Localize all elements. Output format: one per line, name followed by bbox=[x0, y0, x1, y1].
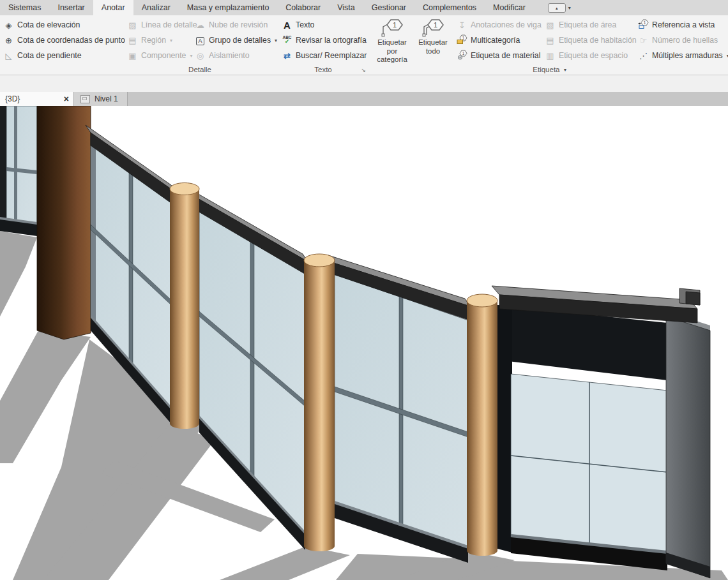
chevron-down-icon: ▾ bbox=[170, 38, 172, 43]
item-label: Revisar la ortografía bbox=[296, 36, 367, 45]
chevron-down-icon: ▾ bbox=[568, 5, 571, 11]
tab-label: Modificar bbox=[493, 3, 526, 12]
wood-column-3 bbox=[467, 301, 497, 551]
glass-pane bbox=[6, 106, 37, 225]
ribbon-item-multiples-armaduras[interactable]: ⋰ Múltiples armaduras ▾ bbox=[635, 48, 728, 63]
tab-insertar[interactable]: Insertar bbox=[49, 0, 93, 15]
ribbon-item-linea-de-detalle[interactable]: ▨ Línea de detalle bbox=[124, 17, 192, 33]
item-label: Nube de revisión bbox=[209, 20, 268, 29]
area-tag-icon: ▧ bbox=[545, 21, 556, 29]
panel-texto: A Texto ABC ✔ Revisar la ortografía ⇄ Bu… bbox=[278, 15, 368, 75]
view-reference-icon: 1 bbox=[638, 19, 649, 31]
ribbon-item-cota-de-coordenadas[interactable]: ⊕ Cota de coordenadas de punto bbox=[0, 33, 121, 48]
wood-column-2-top bbox=[304, 254, 335, 267]
view-tab-3d[interactable]: {3D} × bbox=[0, 92, 73, 106]
frame-black-edge bbox=[497, 305, 512, 553]
multi-category-tag-icon: 1 bbox=[457, 34, 467, 46]
item-label: Aislamiento bbox=[209, 51, 250, 60]
detail-group-icon: A bbox=[195, 36, 206, 45]
panel-label-texto: Texto bbox=[278, 64, 368, 75]
item-label: Cota de pendiente bbox=[17, 51, 82, 60]
tab-modificar[interactable]: Modificar bbox=[485, 0, 534, 15]
panel-label-detalle: Detalle bbox=[121, 64, 278, 75]
panel-label-text: Texto bbox=[314, 66, 332, 73]
close-icon[interactable]: × bbox=[64, 94, 69, 103]
mullion bbox=[14, 106, 17, 223]
ribbon-item-componente[interactable]: ▣ Componente ▾ bbox=[124, 48, 192, 63]
tab-colaborar[interactable]: Colaborar bbox=[277, 0, 329, 15]
tab-anotar[interactable]: Anotar bbox=[93, 0, 133, 15]
floor-plan-icon bbox=[80, 95, 90, 103]
svg-text:1: 1 bbox=[434, 21, 437, 29]
ribbon-item-etiqueta-de-habitacion[interactable]: ▤ Etiqueta de habitación bbox=[542, 33, 635, 48]
ribbon-item-buscar-reemplazar[interactable]: ⇄ Buscar/ Reemplazar bbox=[278, 48, 368, 63]
viewport-3d-scene[interactable] bbox=[0, 106, 728, 580]
item-label: Componente bbox=[141, 51, 186, 60]
tread-number-icon: ☞ bbox=[638, 36, 649, 45]
ribbon-minimize-icon: ▴ bbox=[548, 3, 566, 13]
tab-analizar[interactable]: Analizar bbox=[133, 0, 179, 15]
item-label: categoría bbox=[377, 56, 407, 64]
detail-component-icon: ▣ bbox=[127, 52, 138, 60]
spell-check-icon: ABC ✔ bbox=[282, 36, 292, 45]
item-label: Etiquetar por bbox=[372, 38, 413, 56]
tab-gestionar[interactable]: Gestionar bbox=[363, 0, 414, 15]
tab-label: Gestionar bbox=[372, 3, 406, 12]
spot-slope-icon: ◺ bbox=[3, 52, 14, 60]
multi-rebar-icon: ⋰ bbox=[638, 52, 649, 60]
panel-label-etiqueta[interactable]: Etiqueta ▼ bbox=[368, 64, 728, 75]
tab-label: Anotar bbox=[102, 3, 125, 12]
ribbon-item-aislamiento[interactable]: ◎ Aislamiento bbox=[192, 48, 280, 63]
text-icon: A bbox=[282, 20, 292, 30]
view-tab-bar: {3D} × Nivel 1 bbox=[0, 92, 728, 106]
ribbon-item-anotaciones-de-viga[interactable]: ↧ Anotaciones de viga bbox=[453, 17, 542, 33]
item-label: Etiquetar bbox=[418, 38, 448, 47]
item-label: Cota de coordenadas de punto bbox=[17, 36, 125, 45]
dialog-launcher-icon[interactable]: ↘ bbox=[361, 68, 366, 73]
green-check-icon: ✔ bbox=[285, 39, 290, 45]
ribbon-item-etiquetar-por-categoria[interactable]: 1 Etiquetar por categoría bbox=[372, 17, 413, 64]
ribbon-item-grupo-de-detalles[interactable]: A Grupo de detalles ▾ bbox=[192, 33, 280, 48]
svg-text:1: 1 bbox=[644, 20, 646, 25]
ribbon-item-revisar-ortografia[interactable]: ABC ✔ Revisar la ortografía bbox=[278, 33, 368, 48]
curtain-bay-3 bbox=[335, 274, 468, 563]
ribbon-item-referencia-a-vista[interactable]: 1 Referencia a vista bbox=[635, 17, 728, 33]
wood-column-1 bbox=[170, 189, 199, 424]
ribbon-item-nube-de-revision[interactable]: ☁ Nube de revisión bbox=[192, 17, 280, 33]
ribbon-item-etiqueta-de-material[interactable]: 1 Etiqueta de material bbox=[453, 48, 542, 63]
tab-label: Insertar bbox=[57, 3, 84, 12]
ribbon-item-cota-de-pendiente[interactable]: ◺ Cota de pendiente bbox=[0, 48, 121, 63]
tab-complementos[interactable]: Complementos bbox=[414, 0, 485, 15]
tab-masa-y-emplazamiento[interactable]: Masa y emplazamiento bbox=[179, 0, 278, 15]
tab-sistemas[interactable]: Sistemas bbox=[0, 0, 49, 15]
item-label: Etiqueta de espacio bbox=[559, 51, 628, 60]
tag-all-icon: 1 bbox=[420, 18, 446, 38]
ribbon-item-multicategoria[interactable]: 1 Multicategoría bbox=[453, 33, 542, 48]
view-tab-label: Nivel 1 bbox=[95, 94, 118, 103]
item-label: Texto bbox=[296, 20, 314, 29]
item-label: Etiqueta de área bbox=[559, 20, 616, 29]
tab-label: Colaborar bbox=[285, 3, 321, 12]
view-tab-nivel-1[interactable]: Nivel 1 bbox=[73, 92, 128, 106]
ribbon-display-toggle[interactable]: ▴ ▾ bbox=[548, 0, 571, 15]
panel-label-text: Detalle bbox=[188, 66, 211, 73]
spot-elevation-icon: ◈ bbox=[3, 21, 14, 29]
room-tag-icon: ▤ bbox=[545, 36, 556, 45]
ribbon-item-etiqueta-de-espacio[interactable]: ▥ Etiqueta de espacio bbox=[542, 48, 635, 63]
ribbon-item-region[interactable]: ▤ Región ▾ bbox=[124, 33, 192, 48]
panel-cota: ◈ Cota de elevación ⊕ Cota de coordenada… bbox=[0, 15, 121, 75]
chevron-down-icon: ▼ bbox=[563, 68, 568, 72]
ribbon-item-cota-de-elevacion[interactable]: ◈ Cota de elevación bbox=[0, 17, 121, 33]
gray-end-column bbox=[666, 316, 710, 578]
detail-line-icon: ▨ bbox=[127, 21, 138, 29]
ribbon-item-numero-de-huellas[interactable]: ☞ Número de huellas bbox=[635, 33, 728, 48]
ribbon-item-etiquetar-todo[interactable]: 1 Etiquetar todo bbox=[413, 17, 453, 64]
item-label: Cota de elevación bbox=[17, 20, 80, 29]
item-label: Grupo de detalles bbox=[209, 36, 271, 45]
tab-vista[interactable]: Vista bbox=[329, 0, 363, 15]
ribbon-item-etiqueta-de-area[interactable]: ▧ Etiqueta de área bbox=[542, 17, 635, 33]
region-icon: ▤ bbox=[127, 36, 138, 45]
material-tag-icon: 1 bbox=[457, 50, 467, 61]
tag-by-category-icon: 1 bbox=[379, 18, 406, 38]
ribbon-item-texto[interactable]: A Texto bbox=[278, 17, 368, 33]
